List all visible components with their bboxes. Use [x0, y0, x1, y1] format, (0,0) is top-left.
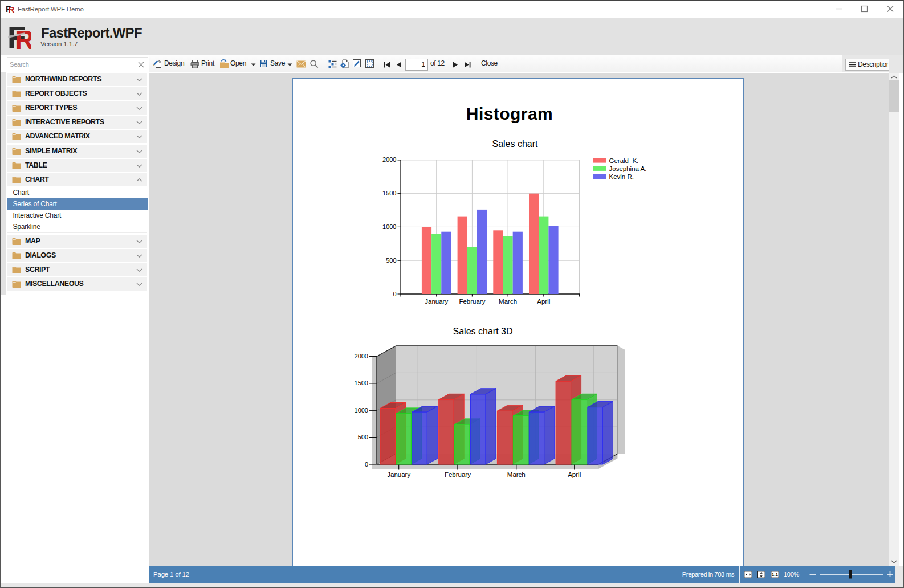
svg-text:R: R — [15, 25, 31, 50]
svg-text:Sales chart: Sales chart — [492, 139, 538, 149]
svg-text:March: March — [507, 471, 526, 478]
svg-text:Sales chart 3D: Sales chart 3D — [453, 326, 513, 336]
svg-text:Histogram: Histogram — [466, 104, 553, 123]
svg-text:1:1: 1:1 — [772, 572, 778, 577]
svg-text:Gerald K.: Gerald K. — [609, 157, 639, 164]
svg-text:Josephina A.: Josephina A. — [609, 165, 647, 172]
svg-text:500: 500 — [358, 434, 368, 440]
svg-text:March: March — [499, 298, 517, 305]
svg-text:January: January — [425, 298, 448, 305]
svg-text:-0: -0 — [391, 291, 397, 297]
svg-text:-0: -0 — [363, 461, 368, 468]
svg-text:1500: 1500 — [355, 379, 368, 386]
svg-text:R: R — [9, 5, 15, 14]
svg-text:1000: 1000 — [382, 223, 396, 230]
svg-text:April: April — [568, 471, 581, 478]
svg-text:February: February — [445, 471, 471, 478]
svg-text:January: January — [387, 471, 410, 478]
svg-text:500: 500 — [386, 257, 396, 264]
svg-text:1000: 1000 — [355, 407, 368, 414]
svg-text:1500: 1500 — [382, 190, 396, 197]
svg-text:April: April — [537, 298, 550, 305]
svg-text:February: February — [459, 298, 485, 305]
svg-text:2000: 2000 — [355, 353, 368, 360]
svg-text:Kevin R.: Kevin R. — [609, 173, 634, 180]
svg-text:2000: 2000 — [382, 156, 396, 163]
